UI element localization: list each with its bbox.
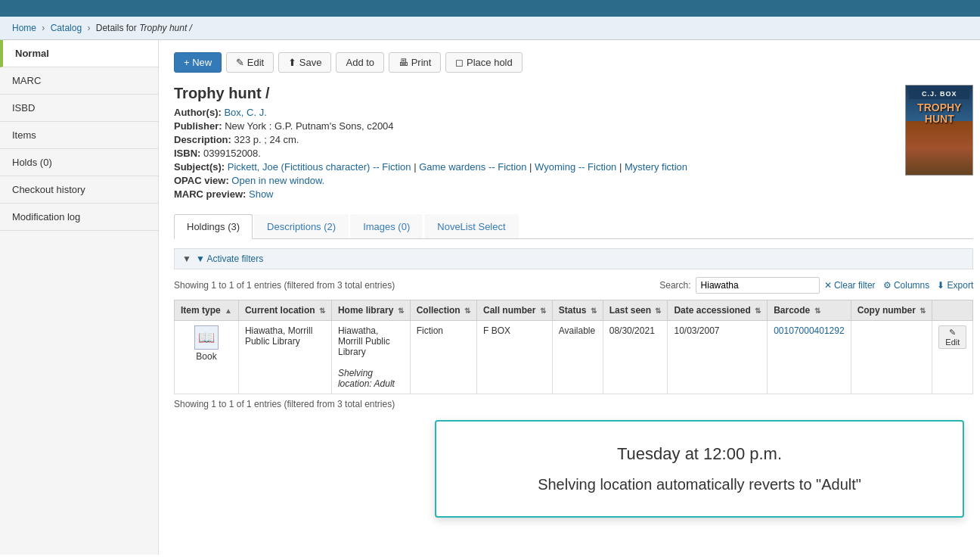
cover-title: TROPHY HUNT (909, 102, 969, 126)
shelving-note: Shelving location: Adult (338, 368, 395, 389)
sidebar-item-marc[interactable]: MARC (0, 67, 158, 95)
book-cover: C.J. BOX TROPHY HUNT (905, 85, 973, 176)
search-label: Search: (659, 280, 690, 291)
td-call-number: F BOX (477, 321, 553, 394)
activate-filters-link[interactable]: ▼ Activate filters (196, 254, 263, 264)
sidebar-item-checkout-history[interactable]: Checkout history (0, 176, 158, 204)
sidebar-item-holds[interactable]: Holds (0) (0, 149, 158, 176)
tab-holdings[interactable]: Holdings (3) (174, 214, 253, 239)
toolbar: + New ✎ Edit ⬆ Save Add to 🖶 Print ◻ Pla… (174, 52, 973, 73)
sidebar-item-isbd[interactable]: ISBD (0, 95, 158, 122)
print-button[interactable]: 🖶 Print (389, 52, 441, 73)
export-link[interactable]: ⬇ Export (937, 280, 973, 291)
top-bar (0, 0, 980, 17)
book-opac-line: OPAC view: Open in new window. (174, 175, 893, 186)
th-status[interactable]: Status ⇅ (552, 300, 603, 321)
entries-bar: Showing 1 to 1 of 1 entries (filtered fr… (174, 277, 973, 294)
holdings-table: Item type ▲ Current location ⇅ Home libr… (174, 300, 973, 394)
showing-entries: Showing 1 to 1 of 1 entries (filtered fr… (174, 280, 395, 291)
subject-link-1[interactable]: Game wardens -- Fiction (419, 161, 526, 173)
marc-link[interactable]: Show (249, 188, 274, 200)
breadcrumb-catalog[interactable]: Catalog (51, 23, 82, 33)
th-call-number[interactable]: Call number ⇅ (477, 300, 553, 321)
sidebar: Normal MARC ISBD Items Holds (0) Checkou… (0, 40, 159, 555)
book-publisher-line: Publisher: New York : G.P. Putnam's Sons… (174, 120, 893, 132)
th-current-location[interactable]: Current location ⇅ (238, 300, 331, 321)
breadcrumb-details: Details for (96, 23, 137, 33)
th-item-type[interactable]: Item type ▲ (175, 300, 239, 321)
description-label: Description: (174, 134, 231, 145)
publisher-label: Publisher: (174, 120, 222, 132)
th-date-accessioned[interactable]: Date accessioned ⇅ (668, 300, 768, 321)
sidebar-item-normal[interactable]: Normal (0, 40, 158, 67)
book-section: Trophy hunt / Author(s): Box, C. J. Publ… (174, 85, 973, 202)
opac-link[interactable]: Open in new window. (231, 175, 324, 186)
td-current-location: Hiawatha, Morrill Public Library (238, 321, 331, 394)
th-home-library[interactable]: Home library ⇅ (331, 300, 410, 321)
book-author-line: Author(s): Box, C. J. (174, 107, 893, 118)
td-status: Available (552, 321, 603, 394)
book-description: 323 p. ; 24 cm. (234, 134, 299, 145)
book-info: Trophy hunt / Author(s): Box, C. J. Publ… (174, 85, 893, 202)
th-collection[interactable]: Collection ⇅ (410, 300, 476, 321)
edit-button[interactable]: ✎ Edit (226, 52, 274, 73)
clear-filter-link[interactable]: ✕ Clear filter (824, 280, 876, 291)
tabs-bar: Holdings (3) Descriptions (2) Images (0)… (174, 214, 973, 239)
book-description-line: Description: 323 p. ; 24 cm. (174, 134, 893, 145)
row-edit-button[interactable]: ✎ Edit (938, 325, 966, 349)
subject-link-2[interactable]: Wyoming -- Fiction (535, 161, 616, 173)
breadcrumb-title: Trophy hunt / (139, 23, 192, 33)
book-icon: 📖 (194, 325, 219, 350)
isbn-label: ISBN: (174, 148, 200, 159)
th-copy-number[interactable]: Copy number ⇅ (851, 300, 932, 321)
td-last-seen: 08/30/2021 (603, 321, 668, 394)
item-type-label: Book (181, 351, 232, 362)
th-last-seen[interactable]: Last seen ⇅ (603, 300, 668, 321)
td-date-accessioned: 10/03/2007 (668, 321, 768, 394)
td-home-library: Hiawatha, Morrill Public Library Shelvin… (331, 321, 410, 394)
tab-descriptions[interactable]: Descriptions (2) (254, 214, 349, 238)
th-barcode[interactable]: Barcode ⇅ (768, 300, 851, 321)
book-isbn-line: ISBN: 0399152008. (174, 148, 893, 159)
table-row: 📖 Book Hiawatha, Morrill Public Library … (175, 321, 973, 394)
opac-label: OPAC view: (174, 175, 229, 186)
sort-icon-call-number: ⇅ (540, 307, 546, 315)
book-marc-line: MARC preview: Show (174, 188, 893, 200)
marc-label: MARC preview: (174, 188, 246, 200)
new-button[interactable]: + New (174, 52, 222, 73)
breadcrumb-sep1: › (42, 23, 45, 33)
book-cover-inner: C.J. BOX TROPHY HUNT (906, 86, 972, 175)
subject-link-0[interactable]: Pickett, Joe (Fictitious character) -- F… (228, 161, 411, 173)
th-actions (932, 300, 973, 321)
subject-link-3[interactable]: Mystery fiction (625, 161, 687, 173)
td-item-type: 📖 Book (175, 321, 239, 394)
book-author-link[interactable]: Box, C. J. (224, 107, 266, 118)
tooltip-line2: Shelving location automatically reverts … (451, 476, 947, 493)
search-input[interactable] (696, 277, 820, 294)
breadcrumb-home[interactable]: Home (12, 23, 36, 33)
tab-novelist[interactable]: NoveList Select (424, 214, 518, 238)
save-button[interactable]: ⬆ Save (278, 52, 331, 73)
add-to-button[interactable]: Add to (336, 52, 384, 73)
action-links: ✕ Clear filter ⚙ Columns ⬇ Export (824, 280, 974, 291)
bottom-entries: Showing 1 to 1 of 1 entries (filtered fr… (174, 394, 973, 414)
tab-images[interactable]: Images (0) (350, 214, 423, 238)
sort-icon-date-accessioned: ⇅ (755, 307, 761, 315)
table-head: Item type ▲ Current location ⇅ Home libr… (175, 300, 973, 321)
filter-bar: ▼ ▼ Activate filters (174, 248, 973, 269)
breadcrumb: Home › Catalog › Details for Trophy hunt… (0, 17, 980, 40)
sidebar-item-items[interactable]: Items (0, 122, 158, 149)
book-isbn: 0399152008. (203, 148, 261, 159)
table-body: 📖 Book Hiawatha, Morrill Public Library … (175, 321, 973, 394)
sidebar-item-modification-log[interactable]: Modification log (0, 204, 158, 231)
sort-icon-copy-number: ⇅ (920, 307, 926, 315)
place-hold-button[interactable]: ◻ Place hold (445, 52, 522, 73)
barcode-link[interactable]: 00107000401292 (774, 325, 844, 336)
td-copy-number (851, 321, 932, 394)
breadcrumb-sep2: › (87, 23, 90, 33)
sort-icon-current-location: ⇅ (319, 307, 325, 315)
subjects-label: Subject(s): (174, 161, 225, 173)
tooltip-box: Tuesday at 12:00 p.m. Shelving location … (435, 420, 964, 518)
columns-link[interactable]: ⚙ Columns (883, 280, 930, 291)
td-collection: Fiction (410, 321, 476, 394)
